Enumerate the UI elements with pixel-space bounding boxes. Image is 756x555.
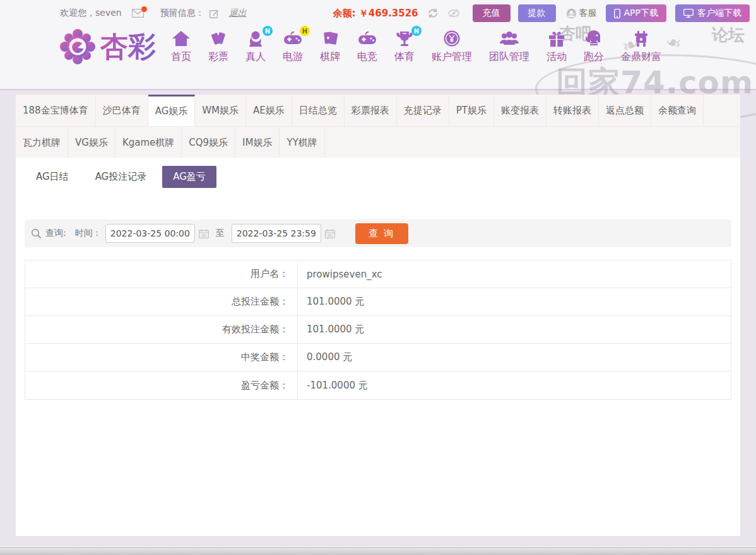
tab-yue[interactable]: 余额查询 <box>651 95 704 126</box>
service-label: 客服 <box>579 8 597 19</box>
edit-icon[interactable] <box>210 9 219 18</box>
team-icon <box>499 30 519 47</box>
table-row: 用户名： prowipseven_xc <box>25 260 731 288</box>
main-nav: 首页 彩票 N 真人 H 电游 棋牌 电竞 <box>171 30 661 64</box>
subtab-ag-profit-active[interactable]: AG盈亏 <box>162 166 216 188</box>
tab-fandian[interactable]: 返点总额 <box>599 95 651 126</box>
row-value: 0.0000 元 <box>298 344 352 371</box>
logo-flower-icon <box>60 29 95 64</box>
tab-vg[interactable]: VG娱乐 <box>68 127 115 158</box>
recharge-button[interactable]: 充值 <box>473 4 511 22</box>
table-row: 盈亏金额： -101.0000 元 <box>25 371 731 399</box>
withdraw-button[interactable]: 提款 <box>518 4 556 22</box>
tab-wm[interactable]: WM娱乐 <box>195 95 246 126</box>
table-row: 总投注金额： 101.0000 元 <box>25 288 731 316</box>
site-logo[interactable]: 杏彩 <box>60 29 156 64</box>
subtab-ag-bets[interactable]: AG投注记录 <box>85 166 158 188</box>
tab-im[interactable]: IM娱乐 <box>235 127 280 158</box>
phone-icon <box>614 9 620 18</box>
query-label: 查询: <box>45 228 66 239</box>
nav-item-sports[interactable]: N 体育 <box>394 30 415 64</box>
row-label: 中奖金额： <box>25 344 298 371</box>
client-download-button[interactable]: 客户端下载 <box>675 4 750 22</box>
ag-subtabs: AG日结 AG投注记录 AG盈亏 <box>16 158 740 188</box>
welcome-text: 欢迎您，seven <box>60 8 122 19</box>
tab-yy[interactable]: YY棋牌 <box>280 127 324 158</box>
date-to-input[interactable] <box>232 224 321 243</box>
nav-item-lottery[interactable]: 彩票 <box>208 30 228 64</box>
eye-slash-icon[interactable] <box>447 9 460 18</box>
coin-icon <box>442 30 461 47</box>
service-icon <box>566 8 577 19</box>
row-label: 用户名： <box>25 260 298 288</box>
nav-item-live[interactable]: N 真人 <box>245 30 266 64</box>
row-label: 总投注金额： <box>25 288 298 315</box>
report-tabs: 188金宝博体育 沙巴体育 AG娱乐 WM娱乐 AE娱乐 日结总览 彩票报表 充… <box>16 95 740 158</box>
tab-pt[interactable]: PT娱乐 <box>449 95 494 126</box>
badge-n: N <box>263 26 273 36</box>
nav-row: 杏彩 首页 彩票 N 真人 H 电游 棋牌 <box>0 26 756 64</box>
tab-kgame[interactable]: Kgame棋牌 <box>115 127 182 158</box>
app-download-button[interactable]: APP下载 <box>606 4 666 22</box>
tab-188jinbaobo[interactable]: 188金宝博体育 <box>16 95 96 126</box>
profit-table: 用户名： prowipseven_xc 总投注金额： 101.0000 元 有效… <box>25 260 731 400</box>
row-value: -101.0000 元 <box>298 371 368 399</box>
calendar-icon[interactable] <box>199 229 209 238</box>
gift-icon <box>547 30 566 47</box>
tab-wali[interactable]: 瓦力棋牌 <box>16 127 68 158</box>
nav-item-cards[interactable]: 棋牌 <box>320 30 340 64</box>
customer-service-link[interactable]: 客服 <box>566 8 597 19</box>
logo-text: 杏彩 <box>100 33 156 61</box>
row-value: prowipseven_xc <box>298 260 382 288</box>
tab-shaba[interactable]: 沙巴体育 <box>96 95 148 126</box>
badge-n: N <box>411 26 422 36</box>
nav-item-home[interactable]: 首页 <box>171 30 191 64</box>
row-value: 101.0000 元 <box>298 316 364 343</box>
tabs-row-2: 瓦力棋牌 VG娱乐 Kgame棋牌 CQ9娱乐 IM娱乐 YY棋牌 <box>16 126 740 158</box>
query-button[interactable]: 查 询 <box>355 223 408 244</box>
nav-item-treasure[interactable]: 金鼎财富 <box>621 30 661 64</box>
esports-gamepad-icon <box>357 30 377 47</box>
tab-zhuanzhang[interactable]: 转账报表 <box>546 95 599 126</box>
reserved-info-label: 预留信息： <box>160 8 204 19</box>
nav-item-activity[interactable]: 活动 <box>546 30 567 64</box>
tab-ae[interactable]: AE娱乐 <box>246 95 292 126</box>
tab-chongti[interactable]: 充提记录 <box>397 95 449 126</box>
tab-cq9[interactable]: CQ9娱乐 <box>182 127 235 158</box>
row-label: 有效投注金额： <box>25 316 298 343</box>
table-row: 中奖金额： 0.0000 元 <box>25 344 731 371</box>
treasure-icon <box>632 30 651 47</box>
topbar: 欢迎您，seven 预留信息： 退出 余额: ￥469.3526 充值 提款 客… <box>0 0 756 26</box>
header: 杏吧 论坛 ❧ ❧ 回家74.com 欢迎您，seven 预留信息： 退出 余额… <box>0 0 756 90</box>
cards-icon <box>321 30 340 47</box>
paofen-icon <box>584 30 604 47</box>
table-row: 有效投注金额： 101.0000 元 <box>25 316 731 344</box>
balance-text: 余额: ￥469.3526 <box>333 8 418 20</box>
tab-caipiao[interactable]: 彩票报表 <box>345 95 397 126</box>
nav-item-team[interactable]: 团队管理 <box>489 30 529 64</box>
content-panel: AG日结 AG投注记录 AG盈亏 查询: 时间： 至 查 询 用户名： prow… <box>16 158 740 536</box>
row-label: 盈亏金额： <box>25 371 298 399</box>
tabs-row-1: 188金宝博体育 沙巴体育 AG娱乐 WM娱乐 AE娱乐 日结总览 彩票报表 充… <box>16 95 740 126</box>
tab-zhangbian[interactable]: 账变报表 <box>494 95 546 126</box>
calendar-icon[interactable] <box>325 229 335 238</box>
subtab-ag-daily[interactable]: AG日结 <box>25 166 80 188</box>
to-label: 至 <box>216 228 225 239</box>
nav-item-egame[interactable]: H 电游 <box>283 30 303 64</box>
message-envelope-icon[interactable] <box>132 9 144 18</box>
horizontal-scrollbar[interactable] <box>0 547 756 555</box>
home-icon <box>172 30 191 47</box>
date-from-input[interactable] <box>105 224 195 243</box>
tab-rijie[interactable]: 日结总览 <box>292 95 345 126</box>
monitor-icon <box>683 9 694 18</box>
nav-item-account[interactable]: 账户管理 <box>432 30 472 64</box>
logout-link[interactable]: 退出 <box>229 8 247 19</box>
tab-ag-active[interactable]: AG娱乐 <box>148 95 196 126</box>
nav-item-esports[interactable]: 电竞 <box>357 30 377 64</box>
lottery-ticket-icon <box>209 30 228 47</box>
row-value: 101.0000 元 <box>298 288 364 315</box>
notification-dot <box>141 6 147 12</box>
nav-item-paofen[interactable]: 跑分 <box>584 30 604 64</box>
refresh-icon[interactable] <box>427 8 439 18</box>
magnifier-icon <box>31 228 42 239</box>
